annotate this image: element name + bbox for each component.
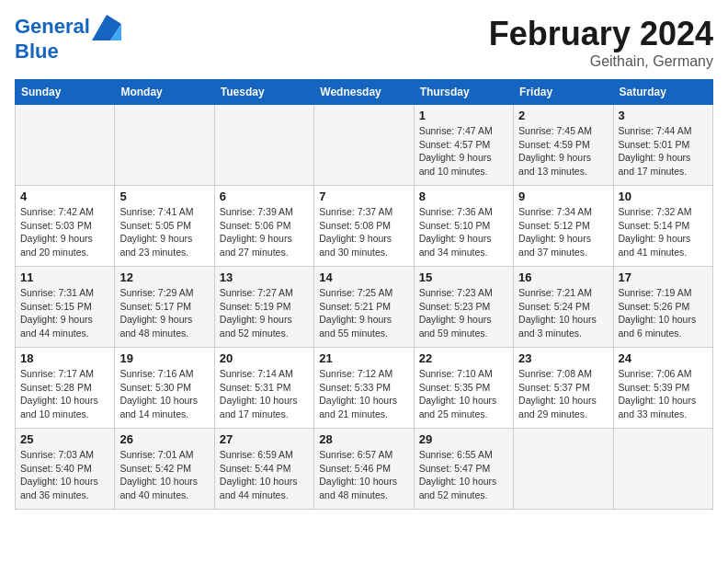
day-number: 8 xyxy=(419,190,508,203)
day-cell xyxy=(613,429,712,510)
month-title: February 2024 xyxy=(489,15,713,53)
day-info: Sunrise: 7:42 AMSunset: 5:03 PMDaylight:… xyxy=(20,205,109,259)
day-info: Sunrise: 7:37 AMSunset: 5:08 PMDaylight:… xyxy=(319,205,408,259)
day-number: 1 xyxy=(419,109,508,122)
day-info: Sunrise: 7:17 AMSunset: 5:28 PMDaylight:… xyxy=(20,367,109,421)
header-cell-saturday: Saturday xyxy=(613,80,712,105)
day-cell: 1Sunrise: 7:47 AMSunset: 4:57 PMDaylight… xyxy=(414,105,513,186)
day-info: Sunrise: 6:57 AMSunset: 5:46 PMDaylight:… xyxy=(319,448,408,502)
day-info: Sunrise: 7:44 AMSunset: 5:01 PMDaylight:… xyxy=(619,124,708,178)
header-cell-sunday: Sunday xyxy=(16,80,115,105)
day-number: 21 xyxy=(319,351,408,365)
day-cell: 12Sunrise: 7:29 AMSunset: 5:17 PMDayligh… xyxy=(115,267,214,348)
day-number: 7 xyxy=(319,190,408,203)
day-number: 9 xyxy=(518,190,608,203)
header-row: SundayMondayTuesdayWednesdayThursdayFrid… xyxy=(16,80,713,105)
day-number: 15 xyxy=(419,270,508,284)
day-cell xyxy=(314,105,414,186)
calendar-table: SundayMondayTuesdayWednesdayThursdayFrid… xyxy=(15,79,713,510)
day-number: 5 xyxy=(119,190,209,203)
header-cell-friday: Friday xyxy=(514,80,613,105)
title-block: February 2024 Geithain, Germany xyxy=(489,15,713,70)
day-cell: 7Sunrise: 7:37 AMSunset: 5:08 PMDaylight… xyxy=(314,186,414,267)
day-info: Sunrise: 7:19 AMSunset: 5:26 PMDaylight:… xyxy=(619,286,708,340)
day-info: Sunrise: 7:12 AMSunset: 5:33 PMDaylight:… xyxy=(319,367,408,421)
day-number: 18 xyxy=(20,351,109,365)
day-info: Sunrise: 7:31 AMSunset: 5:15 PMDaylight:… xyxy=(20,286,109,340)
location-subtitle: Geithain, Germany xyxy=(489,53,713,70)
day-number: 4 xyxy=(20,190,109,203)
day-info: Sunrise: 7:32 AMSunset: 5:14 PMDaylight:… xyxy=(619,205,708,259)
page-header: General Blue February 2024 Geithain, Ger… xyxy=(15,15,713,70)
day-number: 28 xyxy=(319,432,408,446)
day-cell: 3Sunrise: 7:44 AMSunset: 5:01 PMDaylight… xyxy=(613,105,712,186)
day-info: Sunrise: 7:10 AMSunset: 5:35 PMDaylight:… xyxy=(419,367,508,421)
day-info: Sunrise: 7:36 AMSunset: 5:10 PMDaylight:… xyxy=(419,205,508,259)
day-number: 6 xyxy=(220,190,309,203)
day-cell xyxy=(16,105,115,186)
day-number: 10 xyxy=(619,190,708,203)
day-number: 26 xyxy=(119,432,209,446)
day-info: Sunrise: 7:47 AMSunset: 4:57 PMDaylight:… xyxy=(419,124,508,178)
day-cell xyxy=(214,105,313,186)
day-info: Sunrise: 7:21 AMSunset: 5:24 PMDaylight:… xyxy=(518,286,608,340)
day-info: Sunrise: 7:25 AMSunset: 5:21 PMDaylight:… xyxy=(319,286,408,340)
day-cell: 10Sunrise: 7:32 AMSunset: 5:14 PMDayligh… xyxy=(613,186,712,267)
week-row-1: 1Sunrise: 7:47 AMSunset: 4:57 PMDaylight… xyxy=(16,105,713,186)
day-cell: 14Sunrise: 7:25 AMSunset: 5:21 PMDayligh… xyxy=(314,267,414,348)
day-info: Sunrise: 7:16 AMSunset: 5:30 PMDaylight:… xyxy=(119,367,209,421)
week-row-4: 18Sunrise: 7:17 AMSunset: 5:28 PMDayligh… xyxy=(16,348,713,429)
day-info: Sunrise: 7:03 AMSunset: 5:40 PMDaylight:… xyxy=(20,448,109,502)
day-cell: 2Sunrise: 7:45 AMSunset: 4:59 PMDaylight… xyxy=(514,105,613,186)
day-number: 22 xyxy=(419,351,508,365)
day-number: 24 xyxy=(619,351,708,365)
day-number: 20 xyxy=(220,351,309,365)
day-cell: 9Sunrise: 7:34 AMSunset: 5:12 PMDaylight… xyxy=(514,186,613,267)
day-info: Sunrise: 7:23 AMSunset: 5:23 PMDaylight:… xyxy=(419,286,508,340)
day-cell xyxy=(514,429,613,510)
day-info: Sunrise: 6:55 AMSunset: 5:47 PMDaylight:… xyxy=(419,448,508,502)
calendar-body: 1Sunrise: 7:47 AMSunset: 4:57 PMDaylight… xyxy=(16,105,713,510)
day-number: 13 xyxy=(220,270,309,284)
day-cell xyxy=(115,105,214,186)
day-cell: 29Sunrise: 6:55 AMSunset: 5:47 PMDayligh… xyxy=(414,429,513,510)
day-cell: 27Sunrise: 6:59 AMSunset: 5:44 PMDayligh… xyxy=(214,429,313,510)
day-cell: 26Sunrise: 7:01 AMSunset: 5:42 PMDayligh… xyxy=(115,429,214,510)
day-cell: 13Sunrise: 7:27 AMSunset: 5:19 PMDayligh… xyxy=(214,267,313,348)
logo-text: General Blue xyxy=(15,15,121,63)
day-info: Sunrise: 7:27 AMSunset: 5:19 PMDaylight:… xyxy=(220,286,309,340)
calendar-header: SundayMondayTuesdayWednesdayThursdayFrid… xyxy=(16,80,713,105)
day-cell: 19Sunrise: 7:16 AMSunset: 5:30 PMDayligh… xyxy=(115,348,214,429)
day-cell: 22Sunrise: 7:10 AMSunset: 5:35 PMDayligh… xyxy=(414,348,513,429)
day-number: 2 xyxy=(518,109,608,122)
header-cell-wednesday: Wednesday xyxy=(314,80,414,105)
week-row-3: 11Sunrise: 7:31 AMSunset: 5:15 PMDayligh… xyxy=(16,267,713,348)
day-number: 14 xyxy=(319,270,408,284)
day-cell: 21Sunrise: 7:12 AMSunset: 5:33 PMDayligh… xyxy=(314,348,414,429)
header-cell-tuesday: Tuesday xyxy=(214,80,313,105)
day-number: 17 xyxy=(619,270,708,284)
day-info: Sunrise: 7:06 AMSunset: 5:39 PMDaylight:… xyxy=(619,367,708,421)
day-info: Sunrise: 7:39 AMSunset: 5:06 PMDaylight:… xyxy=(220,205,309,259)
day-number: 27 xyxy=(220,432,309,446)
day-cell: 15Sunrise: 7:23 AMSunset: 5:23 PMDayligh… xyxy=(414,267,513,348)
day-cell: 23Sunrise: 7:08 AMSunset: 5:37 PMDayligh… xyxy=(514,348,613,429)
day-cell: 5Sunrise: 7:41 AMSunset: 5:05 PMDaylight… xyxy=(115,186,214,267)
day-number: 3 xyxy=(619,109,708,122)
day-cell: 8Sunrise: 7:36 AMSunset: 5:10 PMDaylight… xyxy=(414,186,513,267)
day-cell: 11Sunrise: 7:31 AMSunset: 5:15 PMDayligh… xyxy=(16,267,115,348)
day-cell: 28Sunrise: 6:57 AMSunset: 5:46 PMDayligh… xyxy=(314,429,414,510)
day-cell: 24Sunrise: 7:06 AMSunset: 5:39 PMDayligh… xyxy=(613,348,712,429)
day-info: Sunrise: 7:34 AMSunset: 5:12 PMDaylight:… xyxy=(518,205,608,259)
day-info: Sunrise: 7:14 AMSunset: 5:31 PMDaylight:… xyxy=(220,367,309,421)
week-row-5: 25Sunrise: 7:03 AMSunset: 5:40 PMDayligh… xyxy=(16,429,713,510)
day-number: 25 xyxy=(20,432,109,446)
day-number: 11 xyxy=(20,270,109,284)
day-cell: 4Sunrise: 7:42 AMSunset: 5:03 PMDaylight… xyxy=(16,186,115,267)
day-cell: 16Sunrise: 7:21 AMSunset: 5:24 PMDayligh… xyxy=(514,267,613,348)
day-cell: 25Sunrise: 7:03 AMSunset: 5:40 PMDayligh… xyxy=(16,429,115,510)
day-cell: 20Sunrise: 7:14 AMSunset: 5:31 PMDayligh… xyxy=(214,348,313,429)
day-cell: 6Sunrise: 7:39 AMSunset: 5:06 PMDaylight… xyxy=(214,186,313,267)
day-info: Sunrise: 7:29 AMSunset: 5:17 PMDaylight:… xyxy=(119,286,209,340)
day-number: 23 xyxy=(518,351,608,365)
